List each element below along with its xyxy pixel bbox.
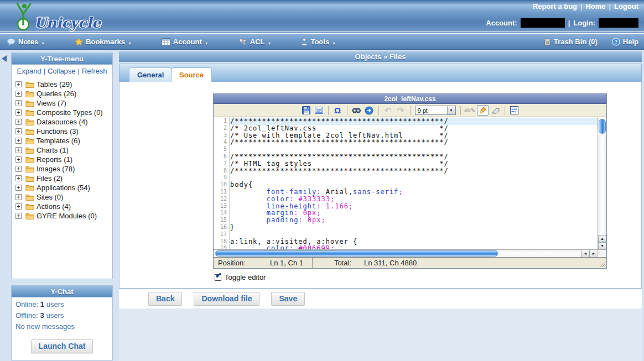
expand-plus-icon[interactable]: + bbox=[15, 203, 22, 210]
vertical-scrollbar[interactable]: ▲ ▼ bbox=[598, 117, 606, 249]
tree-item[interactable]: +Actions (4) bbox=[15, 202, 112, 211]
scroll-right-button[interactable]: ► bbox=[589, 250, 598, 257]
expand-plus-icon[interactable]: + bbox=[15, 156, 22, 163]
expand-plus-icon[interactable]: + bbox=[15, 213, 22, 219]
scrollbar-corner bbox=[598, 250, 606, 257]
code-line[interactable]: padding: 0px; bbox=[230, 217, 598, 224]
horizontal-scroll-thumb[interactable] bbox=[215, 250, 498, 257]
nav-help[interactable]: ? Help bbox=[612, 38, 638, 46]
code-line[interactable]: /***************************************… bbox=[230, 139, 598, 146]
tree-item[interactable]: +Functions (3) bbox=[15, 127, 112, 136]
nav-acl[interactable]: ACL ▼ bbox=[238, 38, 272, 46]
scroll-down-button[interactable]: ▼ bbox=[598, 242, 606, 249]
tree-item-label: Datasources (4) bbox=[37, 118, 87, 126]
vertical-scroll-thumb[interactable] bbox=[599, 119, 606, 134]
tree-item[interactable]: +Views (7) bbox=[15, 98, 112, 108]
reset-highlight-icon[interactable] bbox=[490, 105, 501, 116]
code-line[interactable] bbox=[230, 174, 598, 181]
home-link[interactable]: Home bbox=[585, 2, 605, 11]
tree-item[interactable]: +Queries (26) bbox=[15, 89, 112, 98]
tree-item[interactable]: +Reports (1) bbox=[15, 155, 112, 164]
download-file-button[interactable]: Download file bbox=[194, 292, 259, 306]
spellcheck-icon[interactable]: ab✎ bbox=[464, 105, 476, 116]
font-size-select[interactable]: 9 pt ▼ bbox=[415, 106, 456, 115]
undo-icon[interactable]: ↶ bbox=[382, 105, 394, 116]
highlight-icon[interactable] bbox=[477, 105, 489, 116]
resize-grip-icon[interactable] bbox=[599, 260, 605, 267]
chevron-down-icon: ▼ bbox=[332, 41, 336, 45]
expand-plus-icon[interactable]: + bbox=[15, 185, 22, 191]
expand-link[interactable]: Expand bbox=[17, 67, 41, 75]
line-number: 3 bbox=[214, 132, 227, 139]
code-line[interactable]: color: #006699; bbox=[230, 245, 598, 249]
total-value: Ln 311, Ch 4880 bbox=[364, 259, 417, 267]
expand-plus-icon[interactable]: + bbox=[15, 194, 22, 200]
tree-item-label: Files (2) bbox=[37, 174, 63, 182]
redo-icon[interactable]: ↷ bbox=[395, 105, 407, 116]
tree-item[interactable]: +Files (2) bbox=[15, 174, 112, 183]
refresh-link[interactable]: Refresh bbox=[82, 67, 107, 75]
code-editor-area[interactable]: /***************************************… bbox=[230, 117, 598, 249]
report-bug-link[interactable]: Report a bug bbox=[533, 2, 577, 11]
main-navbar: Notes ▼ Bookmarks ▼ Account ▼ ACL ▼ bbox=[0, 34, 644, 50]
preview-icon[interactable] bbox=[313, 105, 325, 116]
chevron-down-icon: ▼ bbox=[41, 41, 45, 45]
nav-label: Tools bbox=[310, 38, 329, 46]
tab-general[interactable]: General bbox=[129, 67, 172, 82]
special-chars-icon[interactable]: Ω bbox=[332, 105, 344, 116]
folder-icon bbox=[25, 128, 34, 135]
action-separator: | bbox=[78, 67, 80, 75]
expand-plus-icon[interactable]: + bbox=[15, 138, 22, 144]
expand-plus-icon[interactable]: + bbox=[15, 175, 22, 181]
nav-account[interactable]: Account ▼ bbox=[162, 38, 209, 46]
line-number: 11 bbox=[214, 189, 227, 196]
nav-tools[interactable]: Tools ▼ bbox=[301, 38, 336, 46]
tree-item[interactable]: +Composite Types (0) bbox=[15, 108, 112, 117]
nav-trash-bin[interactable]: Trash Bin (0) bbox=[544, 38, 598, 46]
toolbar-separator bbox=[505, 106, 505, 115]
collapse-link[interactable]: Collapse bbox=[48, 67, 76, 75]
expand-plus-icon[interactable]: + bbox=[15, 91, 22, 97]
scroll-up-button[interactable]: ▲ bbox=[598, 235, 606, 242]
tree-item[interactable]: +Datasources (4) bbox=[15, 117, 112, 127]
expand-plus-icon[interactable]: + bbox=[15, 147, 22, 153]
nav-notes[interactable]: Notes ▼ bbox=[7, 38, 45, 46]
horizontal-scrollbar[interactable]: ◄ ► bbox=[214, 249, 606, 257]
expand-plus-icon[interactable]: + bbox=[15, 81, 22, 87]
code-line[interactable]: } bbox=[230, 224, 598, 231]
sidebar-collapse-arrow-icon[interactable] bbox=[2, 55, 7, 62]
save-button[interactable]: Save bbox=[271, 292, 305, 306]
back-button[interactable]: Back bbox=[148, 292, 182, 306]
help-label: Help bbox=[623, 38, 638, 46]
find-icon[interactable] bbox=[351, 105, 362, 116]
toggle-editor-label: Toggle editor bbox=[225, 273, 266, 281]
launch-chat-button[interactable]: Launch Chat bbox=[31, 339, 94, 353]
scroll-left-button[interactable]: ◄ bbox=[581, 250, 589, 257]
expand-plus-icon[interactable]: + bbox=[15, 109, 22, 116]
account-login-separator: | bbox=[568, 19, 570, 27]
toggle-editor-row: ✔ Toggle editor bbox=[215, 273, 266, 281]
logo[interactable]: Unicycle bbox=[12, 1, 84, 32]
tree-item[interactable]: +Images (78) bbox=[15, 164, 112, 174]
tree-item[interactable]: +Templates (6) bbox=[15, 136, 112, 145]
breadcrumb: Objects » Files bbox=[119, 51, 642, 62]
save-icon[interactable] bbox=[300, 105, 312, 116]
expand-plus-icon[interactable]: + bbox=[15, 128, 22, 134]
nav-bookmarks[interactable]: Bookmarks ▼ bbox=[75, 38, 132, 46]
tree-item[interactable]: +GYRE Modules (0) bbox=[15, 211, 112, 221]
code-line[interactable]: /***************************************… bbox=[230, 168, 598, 175]
tree-item[interactable]: +Tables (29) bbox=[15, 80, 112, 89]
tab-source[interactable]: Source bbox=[171, 67, 212, 82]
toggle-editor-checkbox[interactable]: ✔ bbox=[215, 274, 221, 281]
logout-link[interactable]: Logout bbox=[614, 2, 638, 11]
expand-plus-icon[interactable]: + bbox=[15, 100, 22, 106]
expand-plus-icon[interactable]: + bbox=[15, 166, 22, 172]
go-to-line-icon[interactable] bbox=[363, 105, 375, 116]
tree-item[interactable]: +Applications (54) bbox=[15, 183, 112, 192]
expand-plus-icon[interactable]: + bbox=[15, 119, 22, 125]
tree-item[interactable]: +Sites (0) bbox=[15, 192, 112, 202]
main-panel: Objects » Files General Source 2col_left… bbox=[118, 50, 643, 361]
word-wrap-icon[interactable] bbox=[508, 105, 520, 116]
tree-item[interactable]: +Charts (1) bbox=[15, 145, 112, 155]
trash-label: Trash Bin (0) bbox=[554, 38, 598, 46]
